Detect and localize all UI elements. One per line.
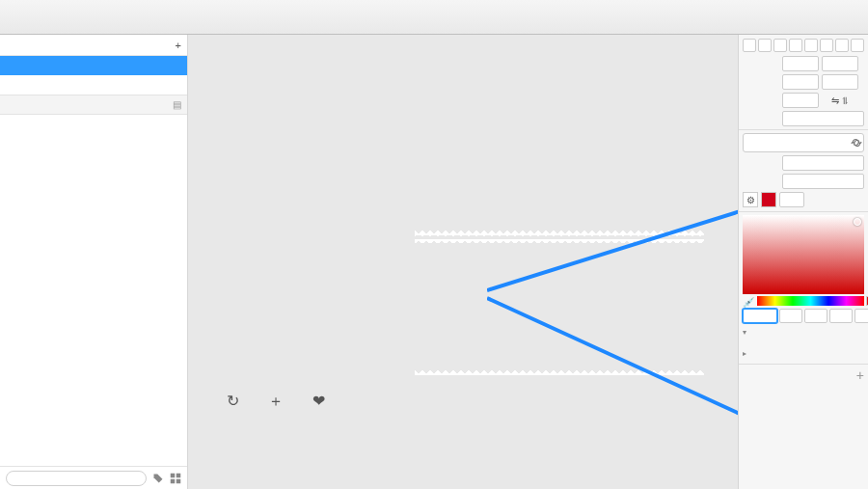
page-row[interactable] <box>0 75 187 95</box>
svg-rect-0 <box>171 473 176 477</box>
eyedropper-icon[interactable]: 💉 <box>743 297 754 308</box>
filter-bar <box>0 466 187 489</box>
a-input[interactable] <box>854 309 868 323</box>
svg-rect-2 <box>171 478 176 483</box>
artboard-icon[interactable]: ▤ <box>173 99 181 110</box>
align-middle-icon[interactable] <box>804 39 818 52</box>
layer-tree <box>0 115 187 466</box>
color-picker-area[interactable] <box>743 215 864 294</box>
add-export-icon[interactable]: + <box>856 367 864 383</box>
top-toolbar <box>0 0 868 35</box>
svg-line-5 <box>487 298 738 435</box>
pages-header: + <box>0 35 187 56</box>
position-x-input[interactable] <box>782 56 819 71</box>
card-two-line <box>415 367 704 375</box>
refresh-icon[interactable]: ↻ <box>227 392 239 412</box>
distribute-v-icon[interactable] <box>851 39 864 52</box>
svg-rect-1 <box>176 473 181 477</box>
replace-symbol-icon[interactable] <box>851 137 862 149</box>
annotation-arrow <box>487 184 738 310</box>
align-bottom-icon[interactable] <box>820 39 833 52</box>
resizing-select[interactable] <box>782 111 864 126</box>
height-input[interactable] <box>822 74 858 90</box>
position-y-input[interactable] <box>822 56 858 71</box>
card-single-line <box>415 228 704 243</box>
grid-icon[interactable] <box>170 473 181 484</box>
document-colors-section[interactable] <box>743 345 864 361</box>
b-input[interactable] <box>829 309 853 323</box>
r-input[interactable] <box>779 309 802 323</box>
page-row[interactable] <box>0 56 187 75</box>
align-left-icon[interactable] <box>743 39 756 52</box>
artboard-section-header: ▤ <box>0 95 187 115</box>
hex-input[interactable] <box>743 309 777 323</box>
filter-input[interactable] <box>6 471 147 486</box>
hue-slider[interactable] <box>757 296 864 306</box>
distribute-h-icon[interactable] <box>835 39 849 52</box>
flip-icons[interactable]: ⇋ ⥮ <box>822 95 858 106</box>
align-buttons <box>743 39 864 52</box>
global-colors-section[interactable] <box>743 324 864 340</box>
width-input[interactable] <box>782 74 819 90</box>
add-icon[interactable]: ＋ <box>268 392 284 412</box>
g-input[interactable] <box>804 309 827 323</box>
text-color-swatch[interactable] <box>761 192 776 207</box>
inspector-panel: ⇋ ⥮ ⚙ 💉 <box>738 35 868 489</box>
heart-icon[interactable]: ❤ <box>312 392 325 412</box>
align-center-icon[interactable] <box>758 39 772 52</box>
weight-select[interactable] <box>782 174 864 189</box>
canvas[interactable]: ↻ ＋ ❤ <box>188 35 738 489</box>
align-right-icon[interactable] <box>773 39 787 52</box>
add-page-icon[interactable]: + <box>176 40 181 51</box>
svg-rect-3 <box>176 478 181 483</box>
canvas-icons: ↻ ＋ ❤ <box>227 392 325 412</box>
align-top-icon[interactable] <box>789 39 802 52</box>
font-size-input[interactable] <box>779 192 804 207</box>
tag-icon[interactable] <box>152 473 164 484</box>
symbol-path-input[interactable] <box>743 133 864 152</box>
layers-panel: + ▤ <box>0 35 188 489</box>
rotate-input[interactable] <box>782 93 819 108</box>
typeface-select[interactable] <box>782 155 864 171</box>
text-options-icon[interactable]: ⚙ <box>743 192 758 207</box>
